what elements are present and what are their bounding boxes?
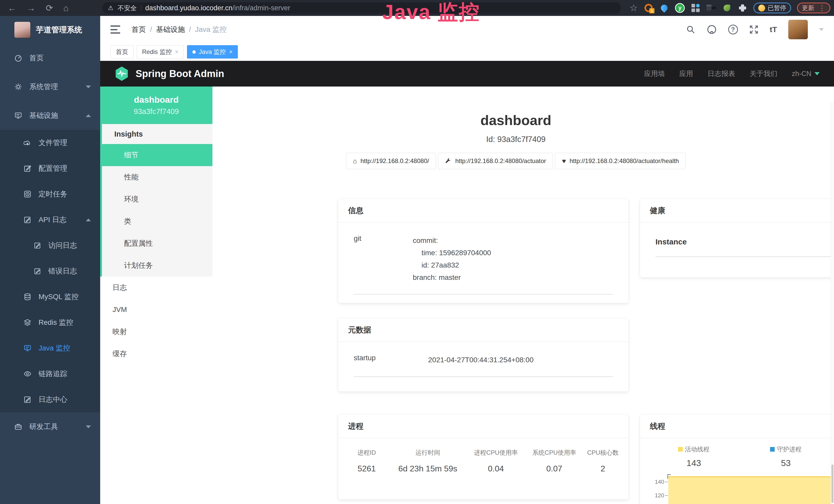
fullscreen-icon[interactable] xyxy=(749,25,759,34)
live-threads-label: 活动线程 xyxy=(685,446,709,453)
sidebar-item-tracing[interactable]: 链路追踪 xyxy=(0,361,100,387)
service-url-button[interactable]: ⌂ http://192.168.0.2:48080/ xyxy=(346,153,436,169)
health-card-title: 健康 xyxy=(650,205,665,216)
process-card: 进程 进程ID 运行时间 进程CPU使用率 系统CPU使用率 CPU核心数 52… xyxy=(338,415,629,499)
process-column-headers: 进程ID 运行时间 进程CPU使用率 系统CPU使用率 CPU核心数 xyxy=(345,449,622,457)
back-icon[interactable]: ← xyxy=(8,4,17,12)
threads-chart: 140 120 100 xyxy=(648,474,834,504)
sba-item-mappings[interactable]: 映射 xyxy=(100,321,213,343)
sidebar-item-system[interactable]: 系统管理 xyxy=(0,72,100,101)
sidebar-item-dev-tools[interactable]: 研发工具 xyxy=(0,412,100,441)
extension-orange-icon[interactable]: 1 xyxy=(644,3,654,13)
search-icon[interactable] xyxy=(686,25,695,34)
font-size-icon[interactable]: tT xyxy=(770,25,777,34)
sba-item-metrics[interactable]: 性能 xyxy=(102,166,213,188)
bookmark-star-icon[interactable]: ☆ xyxy=(630,3,638,13)
sidebar-item-mysql-monitor[interactable]: MySQL 监控 xyxy=(0,284,100,310)
daemon-threads-value: 53 xyxy=(740,458,832,468)
instance-id: 93a3fc7f7409 xyxy=(134,107,179,116)
health-card: 健康 Instance UP xyxy=(640,199,834,277)
row-divider xyxy=(354,376,613,377)
close-icon[interactable]: × xyxy=(175,48,178,55)
chevron-up-icon xyxy=(86,114,91,117)
edit-icon xyxy=(24,165,31,172)
not-secure-warning-icon: ⚠ xyxy=(108,4,113,12)
extension-switch-icon[interactable]: on xyxy=(706,3,716,13)
app-logo-row: 芋道管理系统 xyxy=(0,16,100,44)
home-icon: ⌂ xyxy=(353,158,357,164)
content-scrollbar[interactable] xyxy=(831,102,834,504)
sba-item-caches[interactable]: 缓存 xyxy=(100,343,213,365)
avatar-caret-icon[interactable] xyxy=(819,28,824,31)
tab-home[interactable]: 首页 xyxy=(110,45,134,59)
cloud-upload-icon xyxy=(24,139,31,146)
sidebar-item-access-log[interactable]: 访问日志 xyxy=(0,233,100,258)
sidebar-item-java-monitor[interactable]: Java 监控 xyxy=(0,335,100,361)
process-uptime-value: 6d 23h 15m 59s xyxy=(389,464,467,474)
layers-icon xyxy=(24,319,31,326)
extension-y-icon[interactable]: y xyxy=(675,3,685,13)
forward-icon[interactable]: → xyxy=(27,4,36,12)
sidebar-item-api-log[interactable]: API 日志 xyxy=(0,207,100,233)
process-id-value: 5261 xyxy=(345,464,389,474)
health-url-button[interactable]: ♥ http://192.168.0.2:48080/actuator/heal… xyxy=(555,153,686,169)
browser-menu-icon[interactable]: ⋮ xyxy=(818,4,826,12)
sidebar-item-home[interactable]: 首页 xyxy=(0,44,100,72)
sba-brand[interactable]: Spring Boot Admin xyxy=(114,66,224,82)
daemon-threads-label: 守护进程 xyxy=(777,446,802,453)
profile-paused-button[interactable]: 已暂停 xyxy=(753,3,791,13)
log-edit-icon xyxy=(24,216,31,224)
main-area: 首页 / 基础设施 / Java 监控 ? tT 首页 Redis 监控× Ja… xyxy=(100,16,834,504)
help-icon[interactable]: ? xyxy=(728,25,738,35)
home-icon[interactable]: ⌂ xyxy=(63,4,69,12)
instance-name: dashboard xyxy=(134,95,179,105)
threads-card-title: 线程 xyxy=(650,421,665,432)
monitor-icon xyxy=(14,112,22,119)
sba-nav-about[interactable]: 关于我们 xyxy=(749,69,777,78)
close-icon[interactable]: × xyxy=(229,48,233,55)
extension-leaf-icon[interactable] xyxy=(722,3,732,13)
sba-item-config-props[interactable]: 配置属性 xyxy=(102,232,213,254)
chrome-update-button[interactable]: 更新 ⋮ xyxy=(797,3,830,13)
actuator-url-button[interactable]: http://192.168.0.2:48080/actuator xyxy=(438,153,553,169)
sidebar-item-log-center[interactable]: 日志中心 xyxy=(0,387,100,412)
github-icon[interactable] xyxy=(707,24,717,35)
sba-nav-wallboard[interactable]: 应用墙 xyxy=(644,69,665,78)
sidebar-collapse-icon[interactable] xyxy=(110,25,120,33)
breadcrumb-home[interactable]: 首页 xyxy=(132,25,146,35)
breadcrumb-infra[interactable]: 基础设施 xyxy=(156,25,185,35)
reload-icon[interactable]: ⟳ xyxy=(46,4,53,12)
sidebar-item-config-management[interactable]: 配置管理 xyxy=(0,156,100,181)
tab-redis-monitor[interactable]: Redis 监控× xyxy=(137,45,184,59)
sba-nav-applications[interactable]: 应用 xyxy=(679,69,693,78)
sidebar-item-redis-monitor[interactable]: Redis 监控 xyxy=(0,310,100,335)
sidebar-item-scheduled-jobs[interactable]: 定时任务 xyxy=(0,181,100,207)
sidebar-item-error-log[interactable]: 错误日志 xyxy=(0,258,100,284)
sba-item-scheduled-tasks[interactable]: 计划任务 xyxy=(102,254,213,276)
sba-locale-select[interactable]: zh-CN xyxy=(792,70,820,78)
timer-icon xyxy=(24,190,31,198)
sba-section-insights: Insights xyxy=(102,124,213,144)
sba-item-details[interactable]: 细节 xyxy=(102,144,213,166)
extension-pin-icon[interactable] xyxy=(659,3,669,13)
sba-item-logs[interactable]: 日志 xyxy=(100,276,213,299)
threads-chart-y-axis: 140 120 100 xyxy=(648,474,668,504)
health-instance-row[interactable]: Instance UP xyxy=(656,237,834,246)
address-bar[interactable]: ⚠ 不安全 dashboard.yudao.iocoder.cn/infra/a… xyxy=(102,2,621,14)
spring-boot-admin-logo-icon xyxy=(114,66,129,82)
metadata-card-title: 元数据 xyxy=(348,325,371,335)
extensions-puzzle-icon[interactable] xyxy=(738,3,747,13)
sba-item-environment[interactable]: 环境 xyxy=(102,188,213,210)
sba-item-classes[interactable]: 类 xyxy=(102,210,213,232)
tab-java-monitor[interactable]: Java 监控× xyxy=(187,45,238,59)
sba-item-jvm[interactable]: JVM xyxy=(100,299,213,321)
chevron-up-icon xyxy=(86,219,91,221)
extension-grid-icon[interactable] xyxy=(691,3,700,13)
sba-nav-journal[interactable]: 日志报表 xyxy=(707,69,735,78)
user-avatar[interactable] xyxy=(788,20,808,39)
not-secure-label: 不安全 xyxy=(118,4,137,12)
log-edit-icon xyxy=(34,268,41,275)
sidebar-item-infra[interactable]: 基础设施 xyxy=(0,101,100,130)
sidebar-item-file-management[interactable]: 文件管理 xyxy=(0,130,100,156)
scrollbar-thumb[interactable] xyxy=(831,464,833,503)
